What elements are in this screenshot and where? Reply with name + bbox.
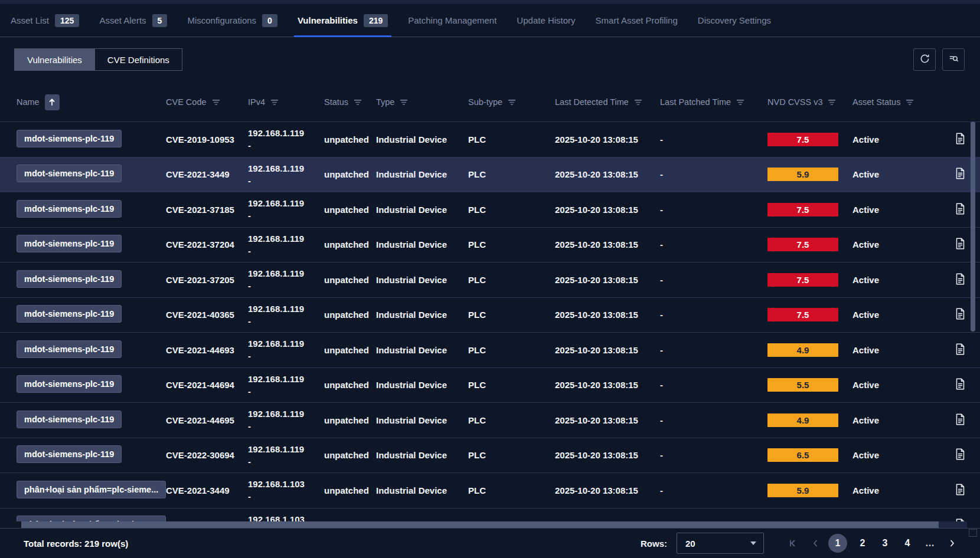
subtype-cell: PLC bbox=[468, 310, 555, 320]
table-row[interactable]: mdot-siemens-plc-119 CVE-2021-40365 192.… bbox=[0, 297, 980, 333]
advanced-search-button[interactable] bbox=[942, 48, 965, 71]
name-cell: mdot-siemens-plc-119 bbox=[17, 445, 166, 465]
vulnerability-name-chip[interactable]: mdot-siemens-plc-119 bbox=[17, 270, 122, 288]
table-row[interactable]: mdot-siemens-plc-119 CVE-2021-37204 192.… bbox=[0, 227, 980, 262]
vulnerability-name-chip[interactable]: mdot-siemens-plc-119 bbox=[17, 411, 122, 428]
tab-update-history[interactable]: Update History bbox=[517, 4, 575, 37]
column-header-subtype: Sub-type bbox=[468, 97, 502, 107]
cvss-cell: 7.5 bbox=[767, 133, 852, 146]
subtab-cve-definitions[interactable]: CVE Definitions bbox=[94, 48, 182, 71]
page-button-3[interactable]: 3 bbox=[875, 533, 895, 553]
subtab-vulnerabilities[interactable]: Vulnerabilities bbox=[14, 48, 95, 71]
table-row[interactable]: mdot-siemens-plc-119 CVE-2021-37185 192.… bbox=[0, 192, 980, 227]
vulnerability-name-chip[interactable]: mdot-siemens-plc-119 bbox=[17, 200, 122, 218]
status-cell: unpatched bbox=[324, 485, 376, 495]
cve-code-cell: CVE-2021-37205 bbox=[166, 275, 248, 285]
filter-icon[interactable] bbox=[828, 99, 836, 106]
document-details-button[interactable] bbox=[947, 343, 973, 357]
document-details-button[interactable] bbox=[947, 308, 973, 321]
table-row[interactable]: mdot-siemens-plc-119 CVE-2021-44695 192.… bbox=[0, 402, 980, 438]
tab-patching-management[interactable]: Patching Management bbox=[408, 4, 496, 37]
table-row[interactable]: phân+loại sản phẩm=plc-sieme... CVE-2021… bbox=[0, 508, 980, 522]
vulnerability-name-chip[interactable]: mdot-siemens-plc-119 bbox=[17, 305, 122, 323]
last-detected-cell: 2025-10-20 13:08:15 bbox=[555, 239, 660, 250]
table-body: mdot-siemens-plc-119 CVE-2019-10953 192.… bbox=[0, 122, 980, 521]
last-detected-cell: 2025-10-20 13:08:15 bbox=[555, 415, 660, 425]
table-row[interactable]: mdot-siemens-plc-119 CVE-2021-3449 192.1… bbox=[0, 157, 980, 192]
last-detected-cell: 2025-10-20 13:08:15 bbox=[555, 450, 660, 460]
view-toggle: Vulnerabilities CVE Definitions bbox=[14, 48, 182, 71]
document-details-button[interactable] bbox=[947, 133, 973, 146]
subtype-cell: PLC bbox=[468, 450, 555, 460]
filter-icon[interactable] bbox=[354, 99, 362, 106]
tab-discovery-settings[interactable]: Discovery Settings bbox=[698, 4, 771, 37]
tab-asset-alerts[interactable]: Asset Alerts 5 bbox=[99, 4, 167, 37]
name-cell: mdot-siemens-plc-119 bbox=[17, 411, 166, 430]
refresh-button[interactable] bbox=[913, 48, 936, 71]
vulnerability-name-chip[interactable]: phân+loại sản phẩm=plc-sieme... bbox=[17, 481, 166, 498]
tab-smart-asset-profiling[interactable]: Smart Asset Profiling bbox=[596, 4, 678, 37]
filter-icon[interactable] bbox=[400, 99, 408, 106]
document-icon bbox=[955, 378, 965, 392]
ipv4-cell: 192.168.1.103 - bbox=[248, 513, 324, 521]
cve-code-cell: CVE-2021-44695 bbox=[166, 415, 248, 425]
document-details-button[interactable] bbox=[947, 203, 973, 216]
cvss-cell: 7.5 bbox=[767, 273, 852, 287]
tab-asset-list[interactable]: Asset List 125 bbox=[11, 4, 79, 37]
table-row[interactable]: mdot-siemens-plc-119 CVE-2022-30694 192.… bbox=[0, 438, 980, 473]
filter-icon[interactable] bbox=[270, 99, 279, 106]
ipv4-cell: 192.168.1.103 - bbox=[248, 478, 324, 503]
page-button-1[interactable]: 1 bbox=[828, 534, 847, 553]
ipv4-cell: 192.168.1.119 - bbox=[248, 337, 324, 362]
next-page-button[interactable] bbox=[942, 533, 962, 553]
sort-ascending-button[interactable] bbox=[45, 94, 60, 110]
page-button-4[interactable]: 4 bbox=[897, 533, 917, 553]
document-details-button[interactable] bbox=[947, 168, 973, 181]
document-details-button[interactable] bbox=[947, 273, 973, 287]
vulnerability-name-chip[interactable]: mdot-siemens-plc-119 bbox=[17, 235, 122, 252]
vulnerability-name-chip[interactable]: mdot-siemens-plc-119 bbox=[17, 445, 122, 463]
filter-icon[interactable] bbox=[508, 99, 516, 106]
table-row[interactable]: mdot-siemens-plc-119 CVE-2021-37205 192.… bbox=[0, 262, 980, 297]
table-footer: Total records: 219 row(s) Rows: 20 1 2 3… bbox=[0, 528, 980, 558]
status-cell: unpatched bbox=[324, 345, 376, 355]
vulnerability-name-chip[interactable]: mdot-siemens-plc-119 bbox=[17, 165, 122, 182]
filter-icon[interactable] bbox=[736, 99, 744, 106]
cvss-cell: 7.5 bbox=[767, 203, 852, 216]
tab-misconfigurations[interactable]: Misconfigurations 0 bbox=[187, 4, 277, 37]
horizontal-scrollbar-thumb[interactable] bbox=[21, 521, 939, 528]
table-row[interactable]: mdot-siemens-plc-119 CVE-2021-44694 192.… bbox=[0, 367, 980, 403]
page-button-2[interactable]: 2 bbox=[852, 533, 873, 553]
vulnerability-name-chip[interactable]: mdot-siemens-plc-119 bbox=[17, 130, 122, 147]
status-cell: unpatched bbox=[324, 310, 376, 320]
table-row[interactable]: mdot-siemens-plc-119 CVE-2021-44693 192.… bbox=[0, 332, 980, 367]
window-top-strip bbox=[0, 0, 980, 4]
document-details-button[interactable] bbox=[947, 448, 973, 462]
vertical-scrollbar-thumb[interactable] bbox=[971, 122, 975, 331]
ipv4-value: 192.168.1.119 bbox=[248, 232, 324, 245]
vulnerability-name-chip[interactable]: mdot-siemens-plc-119 bbox=[17, 340, 122, 358]
table-row[interactable]: mdot-siemens-plc-119 CVE-2019-10953 192.… bbox=[0, 122, 980, 157]
vulnerability-name-chip[interactable]: phân+loại sản phẩm=plc-sieme... bbox=[17, 516, 166, 521]
vulnerability-name-chip[interactable]: mdot-siemens-plc-119 bbox=[17, 375, 122, 393]
type-cell: Industrial Device bbox=[376, 380, 468, 390]
first-page-button[interactable] bbox=[783, 533, 803, 553]
filter-icon[interactable] bbox=[212, 99, 220, 106]
rows-per-page-select[interactable]: 20 bbox=[677, 533, 764, 554]
cvss-score-badge: 6.5 bbox=[767, 448, 838, 462]
column-header-cve-code: CVE Code bbox=[166, 97, 207, 107]
tab-vulnerabilities[interactable]: Vulnerabilities 219 bbox=[298, 4, 388, 37]
filter-icon[interactable] bbox=[906, 99, 914, 106]
tab-count-badge: 219 bbox=[364, 14, 388, 27]
tab-label: Smart Asset Profiling bbox=[596, 15, 678, 25]
status-cell: unpatched bbox=[324, 450, 376, 460]
document-details-button[interactable] bbox=[947, 413, 973, 427]
document-details-button[interactable] bbox=[947, 484, 973, 497]
previous-page-button[interactable] bbox=[805, 533, 825, 553]
last-patched-cell: - bbox=[660, 485, 767, 495]
document-details-button[interactable] bbox=[947, 238, 973, 251]
table-row[interactable]: phân+loại sản phẩm=plc-sieme... CVE-2021… bbox=[0, 472, 980, 508]
document-details-button[interactable] bbox=[947, 378, 973, 392]
filter-icon[interactable] bbox=[634, 99, 642, 106]
tab-label: Patching Management bbox=[408, 15, 496, 25]
